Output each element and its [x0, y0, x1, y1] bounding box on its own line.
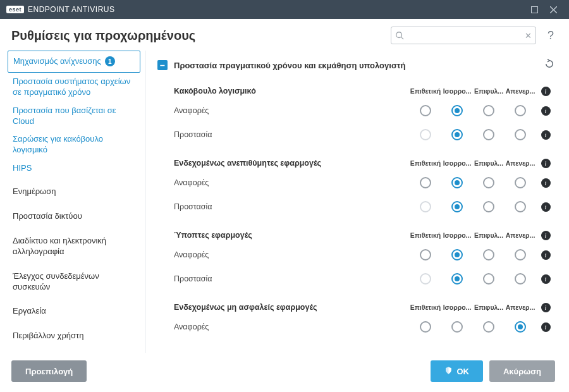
content-scroll[interactable]: – Προστασία πραγματικού χρόνου και εκμάθ…: [146, 51, 563, 353]
sidebar-item-update[interactable]: Ενημέρωση: [8, 181, 140, 202]
svg-line-4: [401, 37, 404, 40]
radio-option[interactable]: [515, 321, 526, 333]
radio-cell: [473, 201, 505, 212]
info-cell: i: [536, 250, 555, 260]
info-icon[interactable]: i: [541, 130, 551, 140]
column-header: Επιφυλ...: [473, 231, 505, 239]
radio-option[interactable]: [420, 105, 431, 116]
setting-row: Αναφορέςi: [157, 171, 555, 195]
sidebar-item-ui[interactable]: Περιβάλλον χρήστη: [8, 326, 140, 346]
radio-option[interactable]: [515, 249, 526, 260]
radio-cell: [505, 177, 536, 188]
info-cell: i: [536, 158, 555, 168]
column-headers: ΕπιθετικήΙσορρο...Επιφυλ...Απενερ...: [410, 231, 536, 239]
info-icon[interactable]: i: [541, 250, 551, 260]
info-cell: i: [536, 302, 555, 312]
radio-option[interactable]: [451, 273, 463, 285]
setting-row: Προστασίαi: [157, 267, 555, 291]
info-icon[interactable]: i: [541, 202, 551, 212]
group-title: Ύποπτες εφαρμογές: [157, 231, 410, 240]
radio-option[interactable]: [420, 177, 431, 188]
brand: eset ENDPOINT ANTIVIRUS: [6, 5, 525, 14]
radio-option[interactable]: [483, 105, 494, 116]
group-header: Κακόβουλο λογισμικόΕπιθετικήΙσορρο...Επι…: [157, 83, 555, 99]
sidebar-item-device-control[interactable]: Έλεγχος συνδεδεμένων συσκευών: [8, 266, 140, 298]
info-icon[interactable]: i: [541, 231, 551, 240]
column-header: Ισορρο...: [441, 87, 473, 95]
radio-option[interactable]: [451, 129, 463, 140]
row-label: Αναφορές: [157, 106, 410, 115]
row-label: Αναφορές: [157, 250, 410, 259]
group-title: Ενδεχομένως μη ασφαλείς εφαρμογές: [157, 303, 410, 312]
radio-cell: [410, 177, 441, 188]
radio-option[interactable]: [515, 273, 526, 285]
footer: Προεπιλογή OK Ακύρωση: [0, 353, 569, 392]
info-icon[interactable]: i: [541, 303, 551, 312]
info-icon[interactable]: i: [541, 274, 551, 284]
sidebar-item-web-email[interactable]: Διαδίκτυο και ηλεκτρονική αλληλογραφία: [8, 231, 140, 262]
group-header: Ύποπτες εφαρμογέςΕπιθετικήΙσορρο...Επιφυ…: [157, 228, 555, 243]
radio-option[interactable]: [515, 105, 526, 116]
clear-search-icon[interactable]: ✕: [525, 31, 532, 40]
radio-option[interactable]: [483, 249, 494, 260]
sidebar-item-realtime-fs[interactable]: Προστασία συστήματος αρχείων σε πραγματι…: [8, 73, 140, 102]
row-label: Αναφορές: [157, 322, 410, 331]
help-icon[interactable]: ?: [544, 29, 558, 42]
collapse-icon[interactable]: –: [157, 60, 168, 70]
info-icon[interactable]: i: [541, 178, 551, 188]
info-icon[interactable]: i: [541, 322, 551, 332]
radio-option[interactable]: [483, 129, 494, 140]
sidebar-item-malware-scans[interactable]: Σαρώσεις για κακόβουλο λογισμικό: [8, 130, 140, 159]
radio-option[interactable]: [451, 201, 463, 212]
group-header: Ενδεχομένως ανεπιθύμητες εφαρμογέςΕπιθετ…: [157, 156, 555, 171]
setting-row: Προστασίαi: [157, 123, 555, 147]
radio-option[interactable]: [483, 321, 494, 333]
ok-button[interactable]: OK: [431, 360, 483, 382]
radio-cell: [441, 177, 473, 188]
sidebar-item-detection-engine[interactable]: Μηχανισμός ανίχνευσης 1: [8, 51, 140, 73]
setting-row: Αναφορέςi: [157, 315, 555, 339]
window-close-icon[interactable]: [544, 0, 563, 19]
setting-row: Αναφορέςi: [157, 99, 555, 123]
column-headers: ΕπιθετικήΙσορρο...Επιφυλ...Απενερ...: [410, 159, 536, 167]
column-header: Επιφυλ...: [473, 303, 505, 311]
column-headers: ΕπιθετικήΙσορρο...Επιφυλ...Απενερ...: [410, 303, 536, 311]
radio-option[interactable]: [483, 273, 494, 285]
radio-option[interactable]: [420, 249, 431, 260]
radio-option[interactable]: [451, 321, 463, 333]
radio-cell: [473, 129, 505, 140]
window-maximize-icon[interactable]: [525, 0, 544, 19]
radio-option[interactable]: [515, 177, 526, 188]
column-header: Απενερ...: [505, 159, 536, 167]
radio-option[interactable]: [515, 201, 526, 212]
radio-option[interactable]: [483, 177, 494, 188]
radio-option[interactable]: [451, 177, 463, 188]
radio-option[interactable]: [483, 201, 494, 212]
radio-cell: [473, 105, 505, 116]
radio-option[interactable]: [420, 321, 431, 333]
default-button[interactable]: Προεπιλογή: [11, 360, 87, 382]
sidebar-item-tools[interactable]: Εργαλεία: [8, 301, 140, 322]
ok-button-label: OK: [456, 367, 469, 376]
radio-option[interactable]: [515, 129, 526, 140]
radio-group: [410, 321, 536, 333]
column-header: Επιφυλ...: [473, 87, 505, 95]
info-icon[interactable]: i: [541, 87, 551, 96]
brand-badge: eset: [6, 6, 24, 13]
search-box[interactable]: ✕: [391, 27, 536, 44]
sidebar-item-network-protection[interactable]: Προστασία δικτύου: [8, 206, 140, 227]
radio-option[interactable]: [451, 249, 463, 260]
info-icon[interactable]: i: [541, 159, 551, 168]
search-input[interactable]: [407, 31, 522, 40]
radio-option[interactable]: [451, 105, 463, 116]
info-icon[interactable]: i: [541, 106, 551, 116]
sidebar-item-hips[interactable]: HIPS: [8, 159, 140, 178]
column-header: Επιθετική: [410, 159, 441, 167]
sidebar-item-cloud-protection[interactable]: Προστασία που βασίζεται σε Cloud: [8, 102, 140, 131]
radio-group: [410, 201, 536, 212]
cancel-button[interactable]: Ακύρωση: [489, 360, 555, 382]
radio-cell: [473, 273, 505, 285]
radio-cell: [441, 105, 473, 116]
undo-icon[interactable]: [544, 58, 555, 72]
radio-cell: [473, 177, 505, 188]
